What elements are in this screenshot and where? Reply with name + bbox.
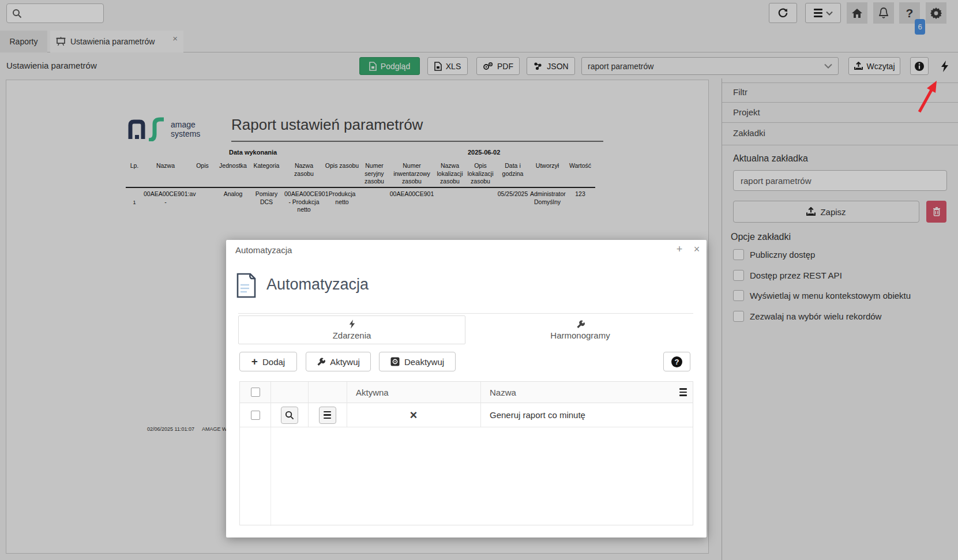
table-row[interactable]: × Generuj raport co minutę xyxy=(240,403,693,427)
annotation-arrow xyxy=(912,74,945,115)
modal-window-title: Automatyzacja xyxy=(235,245,292,255)
add-label: Dodaj xyxy=(262,357,285,367)
deactivate-button[interactable]: Deaktywuj xyxy=(379,352,456,371)
column-header-aktywna[interactable]: Aktywna xyxy=(347,382,480,403)
wrench-icon xyxy=(576,320,585,329)
automation-modal: Automatyzacja + × Automatyzacja Zdarzeni… xyxy=(226,240,707,538)
wrench-icon xyxy=(317,358,325,366)
modal-tab-harmonogramy[interactable]: Harmonogramy xyxy=(467,315,694,344)
add-button[interactable]: + Dodaj xyxy=(239,352,297,371)
document-icon xyxy=(235,272,257,299)
help-icon: ? xyxy=(671,356,682,367)
column-header-nazwa[interactable]: Nazwa xyxy=(480,382,677,403)
modal-help-button[interactable]: ? xyxy=(663,352,690,371)
gear-box-icon xyxy=(390,357,400,366)
lightning-icon xyxy=(349,320,355,329)
table-header-row: Aktywna Nazwa xyxy=(240,382,693,403)
activate-label: Aktywuj xyxy=(330,357,360,367)
search-icon xyxy=(285,411,294,420)
inactive-cross-icon: × xyxy=(410,409,418,422)
table-column-tail-line xyxy=(271,427,271,526)
row-inspect-button[interactable] xyxy=(281,407,298,424)
modal-tab-zdarzenia[interactable]: Zdarzenia xyxy=(238,315,465,344)
modal-tabstrip-divider xyxy=(238,313,693,314)
row-menu-icon xyxy=(324,411,331,419)
deactivate-label: Deaktywuj xyxy=(404,357,444,367)
row-checkbox[interactable] xyxy=(251,411,260,420)
modal-tab-label: Harmonogramy xyxy=(550,330,610,340)
row-menu-button[interactable] xyxy=(319,407,336,424)
modal-title: Automatyzacja xyxy=(266,276,369,294)
schedules-table: Aktywna Nazwa × xyxy=(239,381,693,525)
columns-menu-icon xyxy=(679,388,687,396)
modal-detach-icon[interactable]: + xyxy=(673,243,686,255)
modal-tab-label: Zdarzenia xyxy=(333,330,371,340)
select-all-checkbox[interactable] xyxy=(251,388,260,397)
column-options-button[interactable] xyxy=(675,382,690,403)
row-name: Generuj raport co minutę xyxy=(480,403,694,427)
modal-header: Automatyzacja + × xyxy=(226,240,707,260)
plus-icon: + xyxy=(251,355,258,368)
activate-button[interactable]: Aktywuj xyxy=(306,352,371,371)
modal-close-icon[interactable]: × xyxy=(690,243,703,255)
